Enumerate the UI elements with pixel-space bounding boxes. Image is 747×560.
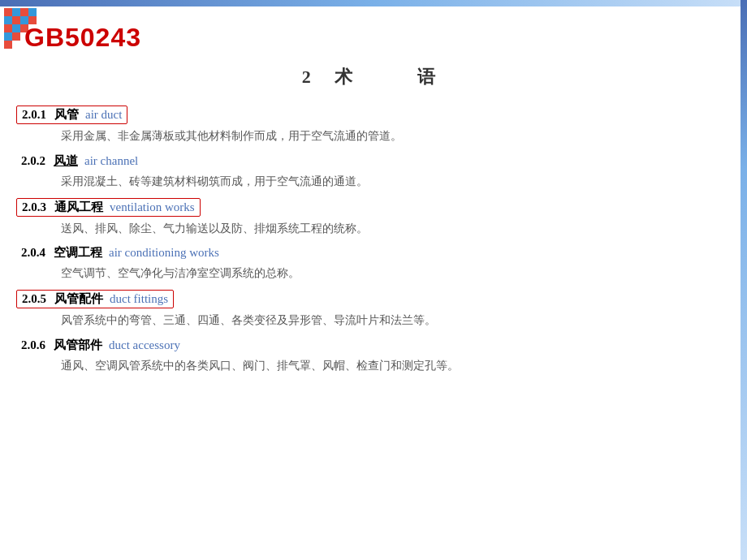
svg-rect-2: [20, 8, 28, 16]
term-206: 2.0.6 风管部件 duct accessory 通风、空调风管系统中的各类风…: [16, 337, 731, 376]
term-203-english: ventilation works: [110, 200, 195, 214]
term-204-definition: 空气调节、空气净化与洁净室空调系统的总称。: [16, 264, 731, 283]
term-203-definition: 送风、排风、除尘、气力输送以及防、排烟系统工程的统称。: [16, 219, 731, 239]
term-204-chinese: 空调工程: [54, 245, 102, 261]
term-204-id: 2.0.4: [21, 246, 45, 260]
page-container: GB50243 2 术 语 2.0.1 风管 air duct 采用金属、非金属…: [0, 0, 747, 560]
term-204-english: air conditioning works: [109, 246, 219, 260]
top-bar: [0, 0, 747, 6]
svg-rect-8: [4, 24, 12, 32]
term-201-chinese: 风管: [54, 107, 79, 123]
term-202-definition: 采用混凝土、砖等建筑材料砌筑而成，用于空气流通的通道。: [16, 172, 731, 192]
svg-rect-12: [12, 32, 20, 41]
term-203-chinese: 通风工程: [54, 200, 103, 215]
term-201-definition: 采用金属、非金属薄板或其他材料制作而成，用于空气流通的管道。: [16, 127, 731, 146]
term-206-english: duct accessory: [109, 338, 180, 352]
term-205-chinese: 风管配件: [54, 291, 103, 307]
svg-rect-0: [4, 8, 12, 16]
svg-rect-3: [28, 8, 37, 16]
term-202-chinese: 风道: [54, 153, 78, 169]
term-205-definition: 风管系统中的弯管、三通、四通、各类变径及异形管、导流叶片和法兰等。: [16, 311, 731, 330]
term-206-definition: 通风、空调风管系统中的各类风口、阀门、排气罩、风帽、检查门和测定孔等。: [16, 356, 731, 376]
standard-title: GB50243: [24, 23, 141, 53]
term-202-english: air channel: [84, 154, 138, 168]
svg-rect-5: [12, 16, 20, 24]
term-205-id: 2.0.5: [22, 292, 46, 306]
svg-rect-11: [4, 32, 12, 41]
right-bar: [741, 0, 747, 560]
terms-container: 2.0.1 风管 air duct 采用金属、非金属薄板或其他材料制作而成，用于…: [16, 106, 731, 382]
term-201: 2.0.1 风管 air duct 采用金属、非金属薄板或其他材料制作而成，用于…: [16, 106, 731, 146]
term-203: 2.0.3 通风工程 ventilation works 送风、排风、除尘、气力…: [16, 198, 731, 239]
term-206-id: 2.0.6: [21, 338, 45, 352]
section-heading: 2 术 语: [0, 65, 747, 89]
term-205-english: duct fittings: [110, 292, 168, 306]
term-203-id: 2.0.3: [22, 200, 46, 214]
svg-rect-13: [4, 41, 12, 49]
svg-rect-4: [4, 16, 12, 24]
term-201-id: 2.0.1: [22, 108, 46, 122]
svg-rect-1: [12, 8, 20, 16]
term-202-id: 2.0.2: [21, 154, 45, 168]
term-202: 2.0.2 风道 air channel 采用混凝土、砖等建筑材料砌筑而成，用于…: [16, 153, 731, 192]
term-201-english: air duct: [85, 108, 122, 122]
term-205: 2.0.5 风管配件 duct fittings 风管系统中的弯管、三通、四通、…: [16, 290, 731, 330]
term-206-chinese: 风管部件: [54, 338, 102, 353]
term-204: 2.0.4 空调工程 air conditioning works 空气调节、空…: [16, 244, 731, 283]
svg-rect-9: [12, 24, 20, 32]
